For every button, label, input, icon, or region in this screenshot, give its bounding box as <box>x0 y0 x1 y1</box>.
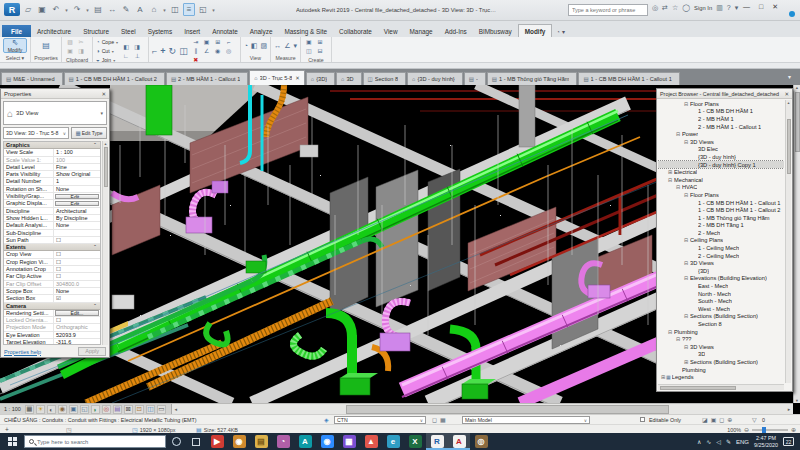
property-row[interactable]: Crop View <box>4 251 100 258</box>
tree-item[interactable]: ⊟ Floor Plans <box>658 191 784 199</box>
switch-windows-icon[interactable]: ◱ <box>197 3 209 16</box>
expander-icon[interactable]: ⊟ <box>683 192 689 198</box>
drag-on-selection-icon[interactable]: ◻ <box>719 416 724 423</box>
maximize-button[interactable]: □ <box>759 3 763 11</box>
tree-item[interactable]: Section 8 <box>658 320 784 328</box>
tree-item[interactable]: ⊟ Power <box>658 130 784 138</box>
property-row[interactable]: Projection Mode Orthographic <box>4 324 100 331</box>
taskbar-app-game[interactable]: ▲ <box>360 433 382 450</box>
dimension-icon[interactable]: ∠ <box>284 42 290 50</box>
close-button[interactable]: ✕ <box>772 3 778 11</box>
tree-item[interactable]: East - Mech <box>658 282 784 290</box>
language-indicator[interactable]: ENG <box>736 439 749 445</box>
tree-item[interactable]: 1 - MB Thông gió Tầng Hầm <box>658 214 784 222</box>
exclude-options-icon[interactable]: ◪ <box>702 416 708 423</box>
default-3d-view-icon[interactable]: ⌂ <box>148 3 160 16</box>
hidden-icons-chevron[interactable]: ∧ <box>697 438 701 445</box>
ribbon-tab[interactable]: Analyze <box>244 25 279 37</box>
tag-icon[interactable]: ✎ <box>120 3 132 16</box>
start-button[interactable] <box>0 433 24 450</box>
view-selector-dropdown[interactable]: 3D View: 3D - Trục 5-8∨ <box>3 127 69 139</box>
tree-item[interactable]: ⊞ ▦ Legends <box>658 373 784 381</box>
tree-item[interactable]: 1 - CB MB DH HẦM 1 <box>658 108 784 116</box>
property-row[interactable]: Parts Visibility Show Original <box>4 171 100 178</box>
temporary-view-properties-icon[interactable]: ▤ <box>113 405 122 414</box>
scroll-thumb[interactable] <box>346 405 669 414</box>
browser-horizontal-scrollbar[interactable] <box>658 384 784 390</box>
property-row[interactable]: Rendering Setti... Edit... <box>4 310 100 317</box>
scroll-thumb[interactable] <box>104 147 108 187</box>
array-icon[interactable]: ⊞ <box>213 38 223 46</box>
tree-item[interactable]: 2 - MB HẦM 1 <box>658 115 784 123</box>
sun-path-icon[interactable]: ☀ <box>36 405 45 414</box>
taskbar-clock[interactable]: 2:47 PM 9/25/2020 <box>754 435 778 448</box>
redo-dropdown-icon[interactable]: ▾ <box>85 3 90 16</box>
action-center-icon[interactable]: 22 <box>783 437 794 446</box>
paste-icon[interactable]: ▨ <box>65 38 75 46</box>
properties-help-link[interactable]: Properties help <box>4 349 41 355</box>
print-icon[interactable]: ▤ <box>92 3 104 16</box>
taskbar-app-photos[interactable]: ◉ <box>228 433 250 450</box>
tree-item[interactable]: ⊟ 3D Views <box>658 138 784 146</box>
taskbar-app-revit[interactable]: R <box>426 433 448 450</box>
taskbar-app-store[interactable]: ▦ <box>338 433 360 450</box>
tree-item[interactable]: {3D - duy hình} <box>658 153 784 161</box>
property-row[interactable]: Visibility/Grap... Edit... <box>4 193 100 200</box>
view-tab[interactable]: ▤ 1 - CB MB DH HẦM 1 - Callout 2 <box>64 72 165 85</box>
wall-joins-icon[interactable]: ∟ <box>121 52 131 60</box>
zoom-in-icon[interactable]: ⊕ <box>791 426 796 433</box>
ribbon-tab[interactable]: Structure <box>77 25 115 37</box>
reveal-constraints-icon[interactable]: ⊡ <box>135 405 144 414</box>
copy-icon[interactable]: ▣ <box>65 47 75 55</box>
view-tab[interactable]: ⌂ {3D} <box>306 72 335 85</box>
scroll-right-icon[interactable]: ▸ <box>785 406 793 412</box>
canvas-horizontal-scrollbar[interactable]: ◂ ▸ <box>171 404 793 415</box>
ribbon-tab[interactable]: Massing & Site <box>278 25 333 37</box>
zoom-slider[interactable] <box>752 429 788 431</box>
design-option-dropdown[interactable]: Main Model∨ <box>462 416 590 424</box>
tree-item[interactable]: ⊟ Ceiling Plans <box>658 237 784 245</box>
property-row[interactable]: Show Hidden L... By Discipline <box>4 215 100 222</box>
expander-icon[interactable]: ⊟ <box>675 336 681 342</box>
property-row[interactable]: Discipline Architectural <box>4 208 100 215</box>
expander-icon[interactable]: ⊟ <box>675 184 681 190</box>
zoom-out-icon[interactable]: ⊖ <box>744 426 749 433</box>
ribbon-tab[interactable]: Systems <box>142 25 179 37</box>
browser-vertical-scrollbar[interactable]: ▴ <box>785 100 791 383</box>
ribbon-tab[interactable]: Manage <box>404 25 439 37</box>
tree-item[interactable]: West - Mech <box>658 305 784 313</box>
move-icon[interactable]: + <box>160 47 165 55</box>
cope-button[interactable]: ◔Cope▾ <box>96 38 118 46</box>
tree-item[interactable]: 1 - CB MB DH HẦM 1 - Callout 2 <box>658 206 784 214</box>
view-tab-list-chevron[interactable]: ▾ <box>788 73 791 83</box>
tree-item[interactable]: ⊟ ??? <box>658 335 784 343</box>
ribbon-tab[interactable]: File <box>2 25 31 37</box>
task-view-button[interactable] <box>186 438 206 446</box>
expander-icon[interactable]: ⊟ <box>683 313 689 319</box>
measure-between-icon[interactable]: ↔ <box>274 42 281 50</box>
cut-icon[interactable]: ✂ <box>76 38 86 46</box>
view-tab[interactable]: ▤ 2 - MB HẦM 1 - Callout 1 <box>166 72 248 85</box>
tree-item[interactable]: ⊞ ▤ Schedules/Quantities (all) <box>658 381 784 383</box>
scale-icon[interactable]: ∠ <box>202 47 212 55</box>
tree-item[interactable]: Plumbing <box>658 366 784 374</box>
property-row[interactable]: Graphics ˆ <box>4 142 100 149</box>
ribbon-tab[interactable]: Annotate <box>206 25 244 37</box>
tree-item[interactable]: ⊟ 3D Views <box>658 259 784 267</box>
select-pinned-icon[interactable]: ⊕ <box>727 416 732 423</box>
view-tab[interactable]: ⌂ 3D - Trục 5-8 ✕ <box>249 70 305 85</box>
property-row[interactable]: Default Analysi... None <box>4 222 100 229</box>
taskbar-search[interactable]: Type here to search <box>24 435 166 448</box>
type-selector-dropdown-icon[interactable]: ▾ <box>100 110 103 116</box>
ribbon-tab[interactable]: Architecture <box>31 25 77 37</box>
pin-icon[interactable]: ◉ <box>213 47 223 55</box>
redo-icon[interactable]: ↷ <box>71 3 83 16</box>
tree-item[interactable]: ⊞ Electrical <box>658 168 784 176</box>
revit-logo[interactable]: R <box>4 3 20 16</box>
offset-icon[interactable]: ⇥ <box>191 38 201 46</box>
property-row[interactable]: Target Elevation -311.6 <box>4 339 100 345</box>
tree-item[interactable]: 2 - Mech <box>658 229 784 237</box>
shadows-icon[interactable]: ◐ <box>47 405 56 414</box>
expander-icon[interactable]: ⊟ <box>683 139 689 145</box>
match-properties-icon[interactable]: ◨ <box>76 47 86 55</box>
